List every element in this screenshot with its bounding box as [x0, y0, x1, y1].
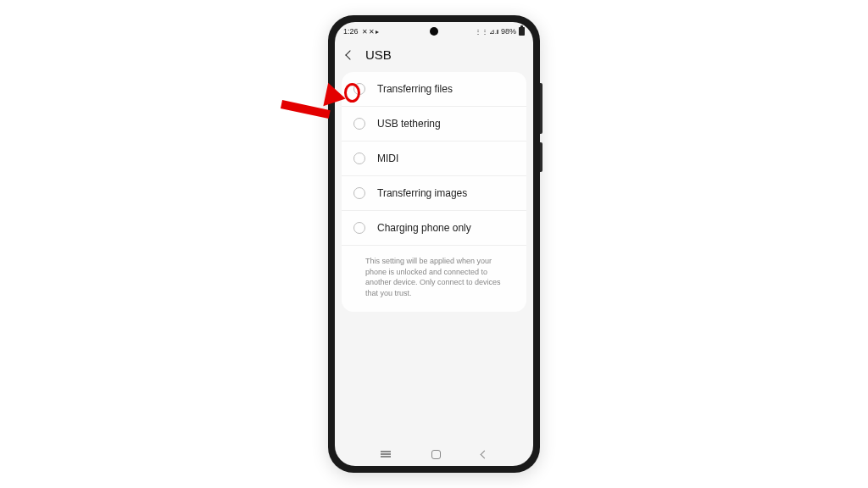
option-label: USB tethering [377, 118, 441, 130]
option-label: Transferring files [377, 83, 453, 95]
nav-home-button[interactable] [431, 450, 441, 459]
radio-icon [353, 222, 365, 234]
phone-device-frame: 1:26 ✕ ✕ ▸ ⋮⋮ ⊿.il 98% USB Transferring … [328, 15, 540, 473]
option-transferring-files[interactable]: Transferring files [342, 72, 526, 107]
battery-icon [519, 27, 525, 36]
back-icon [481, 450, 489, 458]
status-signal-icons: ⋮⋮ ⊿.il [475, 28, 498, 36]
radio-icon [353, 118, 365, 130]
page-title: USB [365, 47, 392, 62]
nav-back-button[interactable] [481, 452, 487, 458]
recents-icon [381, 453, 391, 455]
chevron-left-icon [345, 50, 354, 59]
usb-options-card: Transferring files USB tethering MIDI Tr… [342, 72, 526, 312]
radio-icon [353, 187, 365, 199]
option-label: Transferring images [377, 187, 467, 199]
option-charging-only[interactable]: Charging phone only [342, 211, 526, 246]
help-text: This setting will be applied when your p… [342, 246, 526, 312]
page-header: USB [335, 41, 533, 72]
option-label: MIDI [377, 152, 398, 164]
camera-cutout [430, 27, 438, 36]
volume-button [540, 83, 542, 134]
option-label: Charging phone only [377, 222, 471, 234]
option-usb-tethering[interactable]: USB tethering [342, 107, 526, 141]
option-transferring-images[interactable]: Transferring images [342, 176, 526, 211]
status-notification-icons: ✕ ✕ ▸ [362, 28, 379, 36]
home-icon [431, 450, 441, 459]
radio-icon [353, 152, 365, 164]
option-midi[interactable]: MIDI [342, 141, 526, 176]
android-nav-bar [335, 442, 533, 466]
power-button [540, 142, 542, 172]
back-button[interactable] [347, 52, 353, 58]
nav-recents-button[interactable] [381, 453, 391, 455]
status-time: 1:26 [343, 27, 359, 36]
phone-screen: 1:26 ✕ ✕ ▸ ⋮⋮ ⊿.il 98% USB Transferring … [335, 22, 533, 466]
status-battery-text: 98% [501, 27, 516, 36]
